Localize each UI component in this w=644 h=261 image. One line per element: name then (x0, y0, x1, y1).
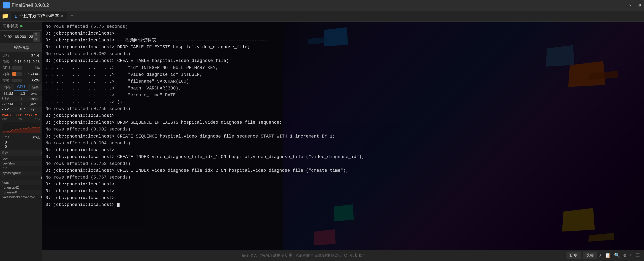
disk-size: 10.7G/17.7G (39, 195, 42, 200)
tab-cmd[interactable]: 命令 (28, 84, 42, 91)
active-tab[interactable]: 1 全栈开发医疗小程序 × (10, 12, 67, 20)
net-scale-2: 20K (18, 117, 24, 121)
terminal-toolbar: 命令输入（按ALT键提示历史,TAB键路径,ESC键返回,双击CTRL切换） 历… (42, 250, 644, 261)
proc-name: java (29, 102, 42, 107)
disk-size: 2.3G/2.3G (39, 171, 42, 176)
history-button[interactable]: 历史 (566, 252, 581, 260)
proc-name: top (29, 107, 42, 112)
process-table: 482.1M1.3java6.7M1sshd276.5M1java2.9M0.7… (0, 91, 42, 112)
tab-close-button[interactable]: × (61, 14, 63, 18)
disk-path: /run (0, 166, 39, 171)
minimize-button[interactable]: − (605, 2, 614, 8)
proc-name: java (29, 91, 42, 96)
select-button[interactable]: 选项 (582, 252, 597, 260)
sync-indicator (20, 25, 22, 27)
terminal-output[interactable]: No rows affected (5.75 seconds)0: jdbc:p… (42, 22, 644, 250)
disk-row: /run/user/42470M/470M (0, 185, 42, 190)
disk-row: /10.7G/17.7G (0, 176, 42, 180)
grid-icon[interactable]: ⊞ (638, 2, 641, 8)
proc-mem: 482.1M (0, 91, 19, 96)
folder-icon[interactable]: 📁 (2, 13, 9, 19)
swap-row: 交换 0/2G (0, 77, 42, 84)
terminal-cursor (117, 203, 120, 207)
terminal-line: 0: jdbc:phoenix:localhost> DROP TABLE IF… (46, 44, 641, 51)
terminal-line: 0: jdbc:phoenix:localhost> DROP SEQUENCE… (46, 119, 641, 126)
terminal-line: No rows affected (5.75 seconds) (46, 23, 641, 30)
sysinfo-title: 系统信息 (0, 43, 42, 52)
search-icon[interactable]: 🔍 (613, 252, 621, 259)
terminal-line: 0: jdbc:phoenix:localhost> (46, 195, 641, 202)
terminal-line: No rows affected (0.002 seconds) (46, 51, 641, 57)
ping-numbers: 0 0 (2, 140, 40, 149)
tab-cpu[interactable]: CPU (14, 84, 28, 91)
terminal-line: 0: jdbc:phoenix:localhost> CREATE TABLE … (46, 57, 641, 64)
proc-cpu: 0.7 (19, 107, 29, 112)
terminal-area: No rows affected (5.75 seconds)0: jdbc:p… (42, 22, 644, 261)
tab-number: 1 (14, 14, 17, 19)
disk-table: 路径 可用/大小 /dev2.3G/2.3G/dev/shm2.3G/2.3G/… (0, 150, 42, 200)
terminal-line: 0: jdbc:phoenix:localhost> (46, 147, 641, 154)
net-download: ↓300B (13, 113, 22, 117)
net-scale-3: 10K (35, 117, 40, 121)
terminal-line: 0: jdbc:phoenix:localhost> (46, 188, 641, 195)
net-scale-1: 29K (2, 117, 7, 121)
terminal-line: 0: jdbc:phoenix:localhost> (46, 181, 641, 188)
disk-row: /sys/fs/cgroup2.3G/2.3G (0, 171, 42, 176)
disk-path: / (0, 176, 39, 180)
lightning-icon[interactable]: ⚡ (598, 252, 602, 259)
ip-label: IP (2, 35, 6, 39)
ping-val2: 0 (5, 145, 7, 149)
terminal-line: . . . . . . . . . . . . .> "video_diagno… (46, 71, 641, 78)
load-label: 负载 (2, 59, 10, 64)
cpu-row: CPU 3% (0, 65, 42, 71)
proc-mem: 276.5M (0, 102, 19, 107)
terminal-line: 0: jdbc:phoenix:localhost> -- 视频问诊资料表 --… (46, 37, 641, 44)
menu-icon[interactable]: ☰ (635, 252, 641, 259)
tab-title: 全栈开发医疗小程序 (19, 13, 59, 19)
net-upload: ↑944B (2, 113, 11, 117)
copy-ip-button[interactable]: 复制 (33, 32, 40, 42)
maximize-button[interactable]: □ (616, 2, 624, 8)
ping-val1: 0 (5, 140, 7, 144)
close-button[interactable]: ✕ (626, 2, 635, 8)
terminal-line: . . . . . . . . . . . . .> ); (46, 99, 641, 106)
proc-mem: 2.9M (0, 107, 19, 112)
input-hint: 命令输入（按ALT键提示历史,TAB键路径,ESC键返回,双击CTRL切换） (42, 253, 566, 258)
terminal-line: 0: jdbc:phoenix:localhost> CREATE INDEX … (46, 167, 641, 174)
new-tab-button[interactable]: + (68, 12, 76, 20)
terminal-line: No rows affected (5.767 seconds) (46, 174, 641, 181)
disk-row: /dev/shm2.3G/2.3G (0, 161, 42, 166)
terminal-line: 0: jdbc:phoenix:localhost> CREATE INDEX … (46, 154, 641, 160)
sync-status-row: 同步状态 (0, 22, 42, 30)
process-row: 482.1M1.3java (0, 91, 42, 96)
disk-path: /run/user/0 (0, 190, 39, 195)
disk-size: 470M/470M (39, 185, 42, 190)
toolbar-icons: ⚡ 📋 🔍 ⚙ ⬇ ☰ (598, 252, 644, 259)
terminal-line: 0: jdbc:phoenix:localhost> (46, 202, 641, 208)
uptime-value: 37 分 (31, 53, 40, 58)
app-icon: F (3, 2, 10, 8)
clipboard-icon[interactable]: 📋 (604, 252, 612, 259)
terminal-line: 0: jdbc:phoenix:localhost> CREATE SEQUEN… (46, 133, 641, 140)
settings-icon[interactable]: ⚙ (622, 252, 627, 259)
proc-name: sshd (29, 96, 42, 102)
tab-mem[interactable]: 内存 (0, 84, 14, 91)
ping-location: 本机 (32, 135, 40, 140)
network-indicator: ↑944B ↓300B ens33 ▼ (2, 113, 40, 117)
disk-size: 2.3G/2.3G (39, 156, 42, 161)
mem-progress-fill (12, 72, 16, 76)
app-title: FinalShell 3.9.8.2 (12, 2, 605, 8)
load-value: 0.18, 0.31, 0.28 (14, 60, 40, 64)
net-iface[interactable]: ens33 ▼ (25, 113, 38, 117)
network-graph (2, 121, 40, 133)
proc-cpu: 1.3 (19, 91, 29, 96)
disk-size: 10.7G/17.7G (39, 176, 42, 180)
process-row: 6.7M1sshd (0, 96, 42, 102)
cpu-progress-fill (12, 66, 12, 70)
disk-header-size: 可用/大小 (39, 150, 42, 156)
terminal-line: 0: jdbc:phoenix:localhost> (46, 112, 641, 119)
disk-section: 路径 可用/大小 /dev2.3G/2.3G/dev/shm2.3G/2.3G/… (0, 150, 42, 261)
download-icon[interactable]: ⬇ (629, 252, 633, 259)
terminal-line: . . . . . . . . . . . . .> "id" INTEGER … (46, 64, 641, 71)
window-controls: − □ ✕ (605, 2, 635, 8)
